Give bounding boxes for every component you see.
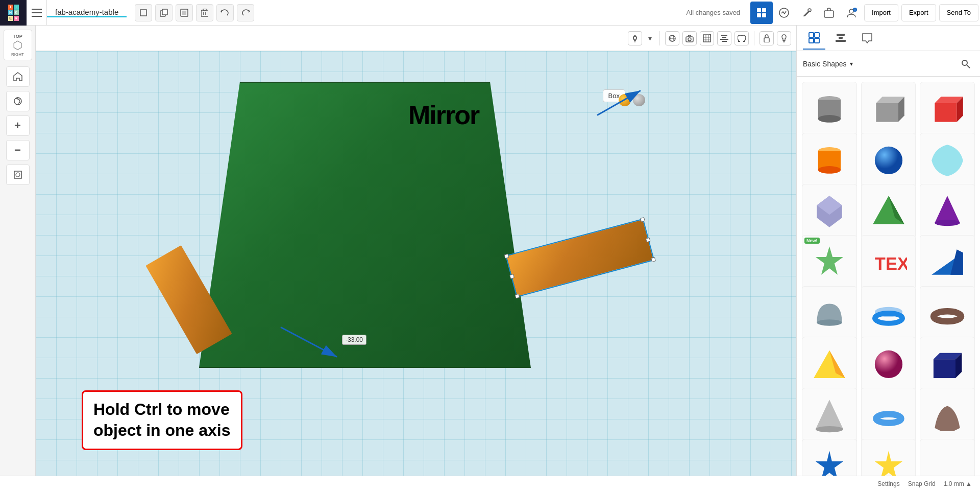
grid-view-button[interactable] (750, 2, 773, 24)
shapes-dropdown[interactable]: Basic Shapes ▾ (803, 60, 853, 68)
settings-label[interactable]: Settings (877, 480, 899, 487)
svg-marker-90 (816, 451, 843, 479)
shape-brown-complex[interactable] (920, 388, 975, 443)
zoom-out-button[interactable]: − (6, 140, 30, 160)
svg-rect-13 (762, 8, 766, 12)
app-logo[interactable]: T I N K E R (0, 0, 27, 26)
snap-value[interactable]: 1.0 mm ▲ (944, 480, 972, 487)
shape-blue-sphere[interactable] (861, 133, 916, 188)
3d-scene: -33.00 Box Mirror Hold Ctrl to move obje… (36, 51, 796, 476)
new-button[interactable] (135, 4, 152, 21)
svg-point-65 (818, 166, 841, 174)
zoom-in-button[interactable]: + (6, 115, 30, 136)
fit-view-button[interactable] (6, 165, 30, 185)
shape-dome[interactable] (802, 286, 857, 341)
leg-right-object[interactable] (505, 219, 654, 298)
tab-align[interactable] (829, 27, 852, 50)
shape-gem[interactable] (802, 184, 857, 239)
tools-button[interactable] (795, 2, 818, 24)
snap-grid-label: Snap Grid (908, 480, 936, 487)
import-button[interactable]: Import (864, 4, 898, 21)
new-badge: New! (804, 238, 820, 244)
svg-rect-57 (876, 103, 898, 122)
shape-blue-wedge[interactable] (920, 235, 975, 290)
svg-point-79 (874, 307, 902, 317)
send-to-button[interactable]: Send To (939, 4, 978, 21)
location-button[interactable] (628, 31, 642, 45)
selection-handle-ml[interactable] (509, 274, 514, 279)
zoom-home-button[interactable] (6, 66, 30, 87)
shapes-header: Basic Shapes ▾ (797, 51, 980, 77)
svg-rect-8 (201, 10, 208, 16)
project-name[interactable]: fab-academy-table (47, 8, 127, 17)
svg-rect-1 (32, 12, 42, 13)
delete-button[interactable] (196, 4, 213, 21)
svg-rect-32 (722, 41, 727, 42)
dropdown-arrow: ▾ (850, 60, 853, 67)
grid-button[interactable] (700, 31, 714, 45)
orange-sphere[interactable] (619, 94, 631, 106)
viewport[interactable]: -33.00 Box Mirror Hold Ctrl to move obje… (36, 51, 796, 476)
profile-button[interactable]: + (840, 2, 863, 24)
shape-grey-cone[interactable] (802, 388, 857, 443)
selection-handle-tr[interactable] (640, 217, 645, 222)
svg-rect-29 (721, 35, 727, 36)
activity-button[interactable] (773, 2, 795, 24)
rotate-button[interactable] (6, 91, 30, 111)
shape-yellow-pyramid[interactable] (802, 337, 857, 392)
undo-button[interactable] (216, 4, 234, 21)
table-top-object[interactable] (199, 82, 531, 368)
view-right-label: RIGHT (11, 52, 24, 57)
svg-rect-35 (764, 38, 769, 42)
shapes-grid: New! TEXT (797, 77, 980, 491)
hamburger-button[interactable] (27, 0, 47, 26)
export-button[interactable]: Export (901, 4, 936, 21)
shape-torus-blue[interactable] (861, 286, 916, 341)
align-button[interactable] (717, 31, 731, 45)
shape-box-grey[interactable] (861, 82, 916, 137)
shape-cylinder-grey[interactable] (802, 82, 857, 137)
view-toggle-button[interactable] (665, 31, 679, 45)
selection-handle-tl[interactable] (504, 254, 509, 259)
svg-point-80 (934, 312, 961, 322)
shape-red-box[interactable] (920, 82, 975, 137)
svg-rect-50 (839, 37, 843, 39)
svg-rect-46 (815, 33, 819, 37)
shape-new-green[interactable]: New! (802, 235, 857, 290)
topbar: T I N K E R fab-academy-table All chang (0, 0, 980, 26)
shape-text-red[interactable]: TEXT (861, 235, 916, 290)
suitcase-button[interactable] (818, 2, 840, 24)
shape-pink-sphere[interactable] (861, 337, 916, 392)
bulb-button[interactable] (777, 31, 791, 45)
svg-rect-47 (809, 38, 814, 43)
shape-teal-complex[interactable] (920, 133, 975, 188)
view-cube[interactable]: TOP ⬡ RIGHT (4, 30, 32, 60)
svg-point-52 (962, 60, 967, 65)
selection-handle-mr[interactable] (646, 237, 651, 242)
redo-button[interactable] (237, 4, 254, 21)
shape-purple-cone[interactable] (920, 184, 975, 239)
svg-rect-49 (837, 34, 845, 36)
shape-blue-ring[interactable] (861, 388, 916, 443)
shape-green-pyramid[interactable] (861, 184, 916, 239)
tab-shapes[interactable] (803, 27, 825, 50)
search-button[interactable] (958, 56, 974, 72)
svg-marker-73 (816, 247, 843, 275)
shape-dark-blue-box[interactable] (920, 337, 975, 392)
grey-sphere[interactable] (633, 94, 645, 106)
top-right-buttons: + Import Export Send To (750, 2, 980, 24)
svg-text:+: + (854, 8, 856, 12)
tab-chat[interactable] (856, 27, 878, 50)
camera-button[interactable] (682, 31, 697, 45)
shape-orange-cylinder[interactable] (802, 133, 857, 188)
magnet-button[interactable] (734, 31, 749, 45)
location-dropdown[interactable]: ▾ (645, 31, 654, 45)
svg-rect-60 (935, 103, 957, 122)
selection-handle-br[interactable] (651, 257, 656, 262)
lock-button[interactable] (760, 31, 774, 45)
duplicate-button[interactable] (176, 4, 193, 21)
left-sidebar: TOP ⬡ RIGHT + − (0, 26, 36, 491)
copy-button[interactable] (155, 4, 173, 21)
shape-brown-torus[interactable] (920, 286, 975, 341)
svg-marker-71 (935, 196, 960, 223)
